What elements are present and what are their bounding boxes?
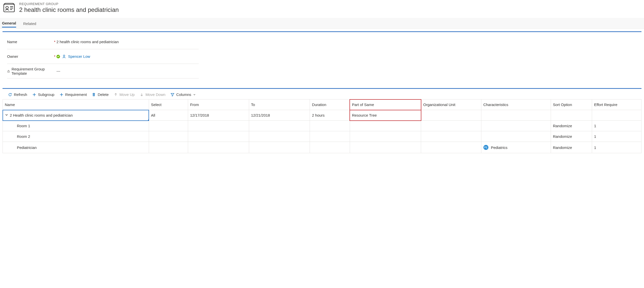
cell-effort[interactable]: 1 [592,121,641,131]
cell-duration[interactable] [310,131,350,142]
grid-header-row: Name Select From To Duration Part of Sam… [3,99,641,110]
page-title: 2 health clinic rooms and pediatrician [19,6,119,13]
chevron-down-icon [193,93,196,96]
owner-link[interactable]: Spencer Low [68,54,90,59]
table-row[interactable]: Room 1Randomize1 [3,121,641,131]
lock-icon [7,69,10,73]
plus-icon [32,93,36,97]
cell-to[interactable] [249,121,310,131]
tabs: General Related [0,18,644,29]
col-to-header[interactable]: To [249,99,310,110]
entity-icon [3,3,15,13]
col-characteristics-header[interactable]: Characteristics [481,99,551,110]
entity-type-label: REQUIREMENT GROUP [19,2,119,6]
tab-related[interactable]: Related [23,19,36,27]
cell-from[interactable] [188,142,249,153]
cell-duration[interactable]: 2 hours [310,110,350,121]
cell-characteristics[interactable] [481,110,551,121]
col-from-header[interactable]: From [188,99,249,110]
required-indicator: * [53,55,56,59]
name-field-row: Name * 2 health clinic rooms and pediatr… [7,35,199,49]
moveup-button: Move Up [114,92,135,97]
arrow-down-icon [140,93,144,97]
table-row[interactable]: PediatricianPEPediatricsRandomize1 [3,142,641,153]
cell-characteristics[interactable] [481,131,551,142]
characteristic-badge: PE [483,145,488,150]
cell-sort[interactable]: Randomize [551,131,592,142]
owner-label: Owner [7,54,53,59]
cell-orgunit[interactable] [421,121,481,131]
cell-characteristics[interactable] [481,121,551,131]
required-indicator: * [53,40,56,44]
col-effort-header[interactable]: Effort Require [592,99,641,110]
requirements-grid: Name Select From To Duration Part of Sam… [3,99,641,153]
chevron-down-icon[interactable] [5,113,8,117]
cell-to[interactable] [249,131,310,142]
owner-value[interactable]: Spencer Low [56,54,199,59]
delete-button[interactable]: Delete [92,92,108,97]
cell-sort[interactable] [551,110,592,121]
cell-name[interactable]: 2 Health clinic rooms and pediatrician [3,110,149,121]
cell-from[interactable] [188,131,249,142]
col-sort-header[interactable]: Sort Option [551,99,592,110]
presence-icon [56,55,60,58]
cell-from[interactable]: 12/17/2018 [188,110,249,121]
cell-select[interactable] [149,121,188,131]
cell-select[interactable] [149,131,188,142]
cell-to[interactable] [249,142,310,153]
table-row[interactable]: Room 2Randomize1 [3,131,641,142]
cell-name[interactable]: Room 2 [3,131,149,142]
name-value[interactable]: 2 health clinic rooms and pediatrician [56,40,199,44]
cell-partofsame[interactable] [350,131,421,142]
name-label: Name [7,40,53,44]
col-orgunit-header[interactable]: Organizational Unit [421,99,481,110]
svg-rect-6 [8,71,10,72]
svg-point-5 [63,55,65,57]
movedown-button: Move Down [140,92,165,97]
cell-sort[interactable]: Randomize [551,142,592,153]
general-section: Name * 2 health clinic rooms and pediatr… [3,31,641,85]
person-icon [62,55,66,59]
svg-point-1 [6,6,8,9]
cell-sort[interactable]: Randomize [551,121,592,131]
cell-effort[interactable]: 1 [592,131,641,142]
cell-to[interactable]: 12/21/2018 [249,110,310,121]
table-row[interactable]: 2 Health clinic rooms and pediatricianAl… [3,110,641,121]
requirement-button[interactable]: Requirement [60,92,87,97]
cell-characteristics[interactable]: PEPediatrics [481,142,551,153]
col-duration-header[interactable]: Duration [310,99,350,110]
cell-from[interactable] [188,121,249,131]
cell-name[interactable]: Room 1 [3,121,149,131]
subgroup-button[interactable]: Subgroup [32,92,54,97]
columns-button[interactable]: Columns [170,92,196,97]
cell-name[interactable]: Pediatrician [3,142,149,153]
template-field-row: Requirement Group Template --- [7,64,199,78]
col-partofsame-header[interactable]: Part of Same [350,99,421,110]
cell-orgunit[interactable] [421,131,481,142]
page-header: REQUIREMENT GROUP 2 health clinic rooms … [0,0,644,18]
arrow-up-icon [114,93,118,97]
cell-duration[interactable] [310,121,350,131]
template-value[interactable]: --- [56,69,199,73]
col-name-header[interactable]: Name [3,99,149,110]
cell-partofsame[interactable] [350,121,421,131]
cell-select[interactable]: All [149,110,188,121]
cell-duration[interactable] [310,142,350,153]
refresh-icon [8,93,12,97]
cell-orgunit[interactable] [421,110,481,121]
col-select-header[interactable]: Select [149,99,188,110]
template-label: Requirement Group Template [7,67,53,75]
refresh-button[interactable]: Refresh [8,92,27,97]
cell-partofsame[interactable] [350,142,421,153]
cell-orgunit[interactable] [421,142,481,153]
cell-effort[interactable] [592,110,641,121]
plus-icon [60,93,64,97]
grid-toolbar: Refresh Subgroup Requirement Delete Move… [3,89,641,99]
trash-icon [92,93,96,97]
cell-partofsame[interactable]: Resource Tree [350,110,421,121]
cell-effort[interactable]: 1 [592,142,641,153]
cell-select[interactable] [149,142,188,153]
owner-field-row: Owner * Spencer Low [7,49,199,64]
filter-icon [170,93,174,97]
tab-general[interactable]: General [2,19,16,28]
